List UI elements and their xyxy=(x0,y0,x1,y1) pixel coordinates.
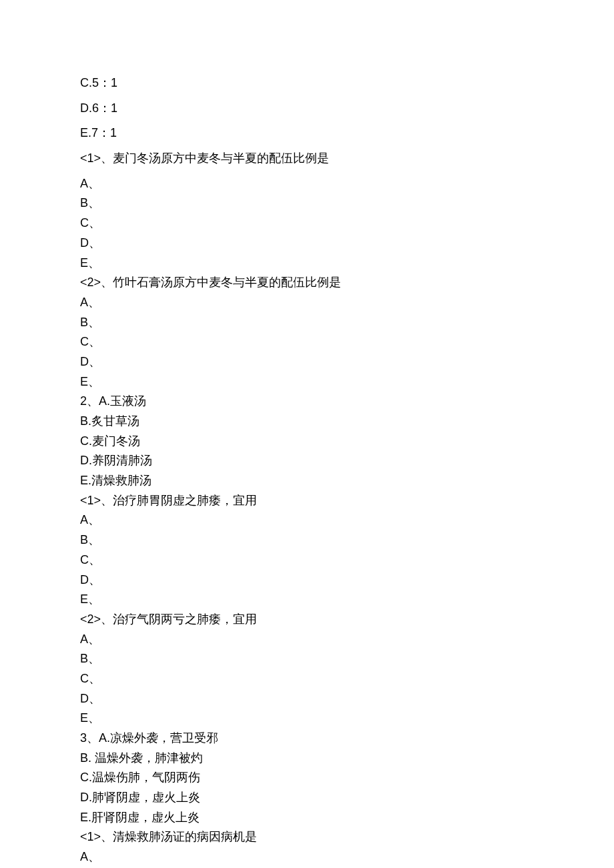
text-line: C、 xyxy=(80,669,534,689)
text-line: B、 xyxy=(80,649,534,669)
text-line: 2、A.玉液汤 xyxy=(80,392,534,412)
text-line: A、 xyxy=(80,293,534,313)
text-line: D、 xyxy=(80,352,534,372)
text-line: D、 xyxy=(80,570,534,590)
document-page: C.5：1D.6：1E.7：1<1>、麦门冬汤原方中麦冬与半夏的配伍比例是A、B… xyxy=(0,0,614,868)
text-line: A、 xyxy=(80,510,534,530)
text-line: B、 xyxy=(80,193,534,213)
text-line: C.5：1 xyxy=(80,73,534,93)
text-line: E、 xyxy=(80,254,534,274)
text-line: E.7：1 xyxy=(80,123,534,143)
text-line: E.肝肾阴虚，虚火上炎 xyxy=(80,808,534,828)
text-line: A、 xyxy=(80,630,534,650)
text-line: B.炙甘草汤 xyxy=(80,412,534,432)
text-line: <2>、竹叶石膏汤原方中麦冬与半夏的配伍比例是 xyxy=(80,273,534,293)
text-line: <1>、麦门冬汤原方中麦冬与半夏的配伍比例是 xyxy=(80,149,534,169)
text-line: D.6：1 xyxy=(80,99,534,119)
text-line: A、 xyxy=(80,847,534,867)
text-line: D.养阴清肺汤 xyxy=(80,451,534,471)
text-line: C、 xyxy=(80,332,534,352)
text-line: E.清燥救肺汤 xyxy=(80,471,534,491)
text-line: D、 xyxy=(80,689,534,709)
text-line: C、 xyxy=(80,550,534,570)
text-line: C.麦门冬汤 xyxy=(80,432,534,452)
text-line: D.肺肾阴虚，虚火上炎 xyxy=(80,788,534,808)
text-line: E、 xyxy=(80,590,534,610)
text-line: B、 xyxy=(80,313,534,333)
text-line: C、 xyxy=(80,213,534,234)
text-line: <2>、治疗气阴两亏之肺痿，宜用 xyxy=(80,610,534,630)
text-line: A、 xyxy=(80,174,534,194)
text-line: D、 xyxy=(80,234,534,254)
text-line: 3、A.凉燥外袭，营卫受邪 xyxy=(80,729,534,749)
text-line: <1>、治疗肺胃阴虚之肺痿，宜用 xyxy=(80,491,534,511)
text-line: <1>、清燥救肺汤证的病因病机是 xyxy=(80,827,534,847)
document-content: C.5：1D.6：1E.7：1<1>、麦门冬汤原方中麦冬与半夏的配伍比例是A、B… xyxy=(80,73,534,868)
text-line: B. 温燥外袭，肺津被灼 xyxy=(80,749,534,769)
text-line: E、 xyxy=(80,709,534,729)
text-line: C.温燥伤肺，气阴两伤 xyxy=(80,768,534,788)
text-line: B、 xyxy=(80,530,534,550)
text-line: E、 xyxy=(80,372,534,392)
